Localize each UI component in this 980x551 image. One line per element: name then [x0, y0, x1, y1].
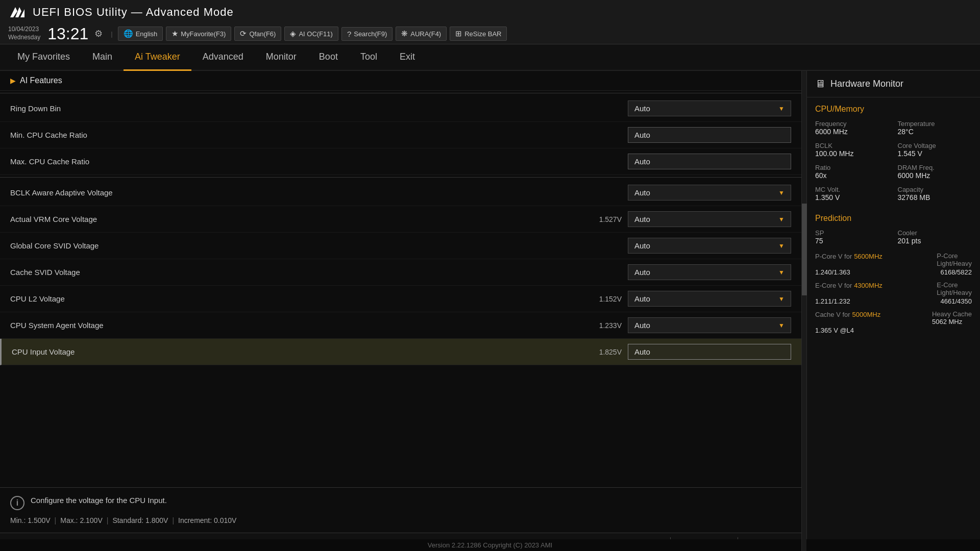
cpu-system-agent-arrow: ▼ — [778, 322, 785, 329]
pcore-type-value: Light/Heavy — [937, 260, 972, 267]
resize-bar-button[interactable]: ⊞ ReSize BAR — [450, 27, 507, 41]
setting-row-max-cpu-cache-ratio: Max. CPU Cache Ratio Auto — [0, 148, 801, 175]
tab-main[interactable]: Main — [81, 44, 124, 71]
settings-icon[interactable]: ⚙ — [94, 28, 103, 39]
qfan-button[interactable]: ⟳ Qfan(F6) — [234, 27, 281, 41]
hardware-monitor-panel: 🖥 Hardware Monitor CPU/Memory Frequency … — [806, 71, 980, 551]
hw-mc-volt-group: MC Volt. 1.350 V — [815, 186, 890, 202]
hw-monitor-title: Hardware Monitor — [830, 79, 903, 89]
global-core-svid-dropdown[interactable]: Auto ▼ — [628, 238, 791, 254]
aura-button[interactable]: ❋ AURA(F4) — [396, 27, 447, 41]
resize-icon: ⊞ — [455, 29, 462, 38]
cache-v-label: Cache V for 5000MHz — [815, 310, 880, 325]
mc-volt-value: 1.350 V — [815, 193, 890, 202]
min-cpu-cache-ratio-input[interactable]: Auto — [628, 127, 791, 143]
min-cpu-cache-ratio-label: Min. CPU Cache Ratio — [10, 131, 628, 139]
ecore-freq: 4300MHz — [854, 282, 883, 289]
actual-vrm-dropdown[interactable]: Auto ▼ — [628, 211, 791, 227]
cpu-system-agent-value-text: 1.233V — [586, 321, 622, 330]
language-label: English — [136, 30, 158, 38]
day-display: Wednesday — [8, 34, 40, 42]
title-bar: UEFI BIOS Utility — Advanced Mode — [8, 3, 972, 23]
temperature-label: Temperature — [898, 120, 972, 128]
bclk-aware-arrow: ▼ — [778, 189, 785, 196]
setting-row-cpu-l2: CPU L2 Voltage 1.152V Auto ▼ — [0, 286, 801, 312]
search-label: Search(F9) — [354, 30, 387, 38]
cache-freq: 5000MHz — [852, 311, 881, 318]
section-arrow: ▶ — [10, 77, 16, 85]
resize-label: ReSize BAR — [464, 30, 501, 38]
tab-tool[interactable]: Tool — [349, 44, 388, 71]
max-cpu-cache-ratio-input[interactable]: Auto — [628, 154, 791, 169]
setting-row-min-cpu-cache-ratio: Min. CPU Cache Ratio Auto — [0, 122, 801, 148]
myfavorite-label: MyFavorite(F3) — [181, 30, 226, 38]
section-label: AI Features — [20, 76, 62, 85]
hw-bclk-group: BCLK 100.00 MHz — [815, 142, 890, 158]
tab-my-favorites[interactable]: My Favorites — [6, 44, 81, 71]
hw-ratio-group: Ratio 60x — [815, 164, 890, 180]
cache-type: Heavy Cache 5062 MHz — [932, 310, 972, 325]
cpu-l2-arrow: ▼ — [778, 295, 785, 303]
prediction-title: Prediction — [815, 214, 972, 223]
ring-down-bin-dropdown[interactable]: Auto ▼ — [628, 101, 791, 116]
setting-row-actual-vrm: Actual VRM Core Voltage 1.527V Auto ▼ — [0, 206, 801, 233]
pcore-volt: 1.240/1.363 — [815, 268, 850, 276]
global-core-svid-arrow: ▼ — [778, 242, 785, 249]
cache-svid-dropdown[interactable]: Auto ▼ — [628, 264, 791, 280]
actual-vrm-arrow: ▼ — [778, 216, 785, 223]
setting-row-cpu-input: CPU Input Voltage 1.825V Auto — [0, 339, 801, 365]
dram-freq-label: DRAM Freq. — [898, 164, 972, 171]
frequency-value: 6000 MHz — [815, 128, 890, 136]
info-increment: Increment: 0.010V — [178, 516, 236, 524]
bclk-aware-value: Auto — [634, 188, 650, 197]
ecore-values: 1.211/1.232 4661/4350 — [815, 297, 972, 305]
cache-header: Cache V for 5000MHz Heavy Cache 5062 MHz — [815, 310, 972, 325]
tab-monitor[interactable]: Monitor — [255, 44, 308, 71]
cpu-l2-value: Auto — [634, 294, 650, 303]
myfavorite-icon: ★ — [172, 29, 178, 38]
tab-ai-tweaker[interactable]: Ai Tweaker — [124, 44, 191, 71]
hw-sp-group: SP 75 — [815, 229, 890, 245]
hw-dram-freq-group: DRAM Freq. 6000 MHz — [898, 164, 972, 180]
ecore-header: E-Core V for 4300MHz E-Core Light/Heavy — [815, 281, 972, 296]
setting-row-ring-down-bin: Ring Down Bin Auto ▼ — [0, 95, 801, 122]
divider-mid — [0, 177, 801, 178]
ecore-volt: 1.211/1.232 — [815, 297, 850, 305]
tab-advanced[interactable]: Advanced — [191, 44, 255, 71]
cpu-l2-label: CPU L2 Voltage — [10, 294, 586, 303]
setting-row-cache-svid: Cache SVID Voltage Auto ▼ — [0, 259, 801, 286]
cpu-l2-dropdown[interactable]: Auto ▼ — [628, 291, 791, 307]
scrollbar-thumb[interactable] — [802, 204, 807, 295]
info-sep-2: | — [107, 516, 109, 524]
tab-boot[interactable]: Boot — [308, 44, 349, 71]
tab-exit[interactable]: Exit — [388, 44, 426, 71]
ecore-v-label: E-Core V for 4300MHz — [815, 281, 883, 296]
prediction-grid: SP 75 Cooler 201 pts — [815, 229, 972, 247]
main-layout: ▶ AI Features Ring Down Bin Auto ▼ Min. … — [0, 71, 980, 551]
ring-down-bin-value: Auto — [634, 104, 650, 113]
cpu-l2-value-text: 1.152V — [586, 295, 622, 303]
myfavorite-button[interactable]: ★ MyFavorite(F3) — [166, 27, 231, 41]
cpu-system-agent-dropdown[interactable]: Auto ▼ — [628, 317, 791, 333]
header: UEFI BIOS Utility — Advanced Mode 10/04/… — [0, 0, 980, 44]
cpu-input-field[interactable]: Auto — [628, 344, 791, 360]
nav-bar: My Favorites Main Ai Tweaker Advanced Mo… — [0, 44, 980, 71]
actual-vrm-value: Auto — [634, 215, 650, 223]
bclk-aware-dropdown[interactable]: Auto ▼ — [628, 185, 791, 201]
core-voltage-label: Core Voltage — [898, 142, 972, 149]
ecore-type-label: E-Core — [937, 281, 972, 289]
app-title: UEFI BIOS Utility — Advanced Mode — [33, 6, 234, 19]
cache-section: Cache V for 5000MHz Heavy Cache 5062 MHz… — [815, 310, 972, 334]
toolbar: 10/04/2023 Wednesday 13:21 ⚙ | 🌐 English… — [8, 23, 972, 44]
ring-down-bin-label: Ring Down Bin — [10, 104, 628, 113]
scrollbar-track[interactable] — [801, 71, 806, 551]
max-cpu-cache-ratio-label: Max. CPU Cache Ratio — [10, 157, 628, 166]
search-button[interactable]: ? Search(F9) — [341, 27, 393, 41]
ratio-value: 60x — [815, 171, 890, 180]
language-button[interactable]: 🌐 English — [118, 27, 163, 41]
cache-speed-label: Heavy Cache — [932, 310, 972, 318]
info-description: Configure the voltage for the CPU Input. — [31, 496, 167, 505]
aioc-button[interactable]: ◈ AI OC(F11) — [284, 27, 338, 41]
ratio-label: Ratio — [815, 164, 890, 171]
version-text: Version 2.22.1286 Copyright (C) 2023 AMI — [428, 541, 552, 549]
